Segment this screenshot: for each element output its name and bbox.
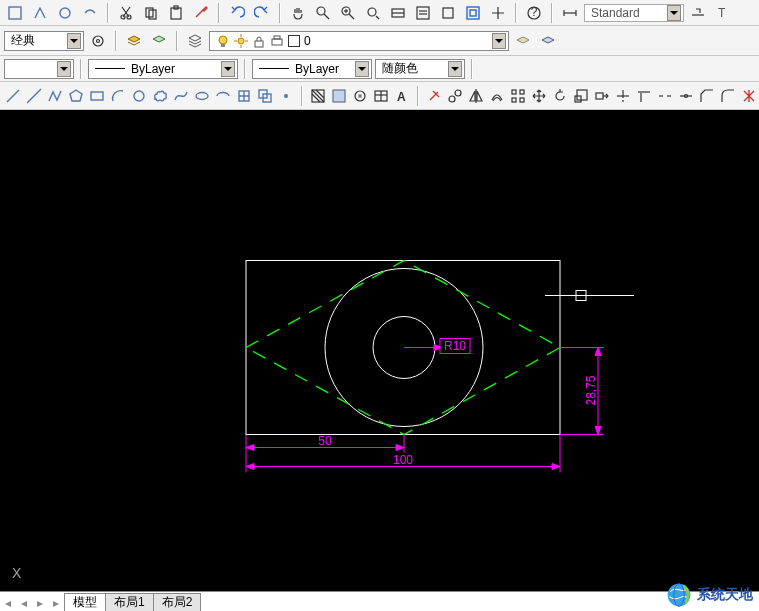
block-icon[interactable] bbox=[256, 85, 274, 107]
separator bbox=[515, 3, 517, 23]
table-icon[interactable] bbox=[372, 85, 390, 107]
layer-new-icon[interactable] bbox=[148, 30, 170, 52]
svg-point-35 bbox=[238, 38, 244, 44]
tab-scroll-last[interactable]: ▸ bbox=[48, 595, 64, 611]
tool-icon[interactable] bbox=[487, 2, 509, 24]
dim-update-icon[interactable] bbox=[687, 2, 709, 24]
hatch-icon[interactable] bbox=[309, 85, 327, 107]
dim-r10: R10 bbox=[444, 339, 466, 353]
separator bbox=[107, 3, 109, 23]
dimstyle-dropdown[interactable]: Standard bbox=[584, 4, 684, 22]
layer-prev-icon[interactable] bbox=[537, 30, 559, 52]
tab-model[interactable]: 模型 bbox=[64, 593, 106, 611]
chevron-down-icon bbox=[667, 5, 681, 21]
polygon-icon[interactable] bbox=[67, 85, 85, 107]
erase-icon[interactable] bbox=[425, 85, 443, 107]
zoom-icon[interactable] bbox=[312, 2, 334, 24]
zoom-prev-icon[interactable] bbox=[362, 2, 384, 24]
xline-icon[interactable] bbox=[25, 85, 43, 107]
trim-icon[interactable] bbox=[614, 85, 632, 107]
svg-rect-34 bbox=[221, 44, 225, 47]
tool-icon[interactable] bbox=[54, 2, 76, 24]
array-icon[interactable] bbox=[509, 85, 527, 107]
mtext-icon[interactable]: A bbox=[393, 85, 411, 107]
svg-line-43 bbox=[7, 90, 19, 102]
workspace-settings-icon[interactable] bbox=[87, 30, 109, 52]
dim-style-icon[interactable] bbox=[559, 2, 581, 24]
region-icon[interactable] bbox=[351, 85, 369, 107]
extend-icon[interactable] bbox=[635, 85, 653, 107]
linetype-dropdown[interactable]: ByLayer bbox=[88, 59, 238, 79]
line-icon[interactable] bbox=[4, 85, 22, 107]
tab-scroll-prev[interactable]: ◂ bbox=[16, 595, 32, 611]
explode-icon[interactable] bbox=[740, 85, 758, 107]
help-icon[interactable]: ? bbox=[523, 2, 545, 24]
join-icon[interactable] bbox=[677, 85, 695, 107]
plotstyle-label: 随颜色 bbox=[382, 60, 444, 77]
plotstyle-dropdown[interactable]: 随颜色 bbox=[375, 59, 465, 79]
scale-icon[interactable] bbox=[572, 85, 590, 107]
layer-prop-icon[interactable] bbox=[123, 30, 145, 52]
workspace-label: 经典 bbox=[11, 32, 63, 49]
insert-icon[interactable] bbox=[235, 85, 253, 107]
tool-icon[interactable] bbox=[462, 2, 484, 24]
gradient-icon[interactable] bbox=[330, 85, 348, 107]
point-icon[interactable] bbox=[277, 85, 295, 107]
tool-icon[interactable] bbox=[387, 2, 409, 24]
separator bbox=[417, 86, 419, 106]
tool-icon[interactable] bbox=[4, 2, 26, 24]
cut-icon[interactable] bbox=[115, 2, 137, 24]
layer-state-icon[interactable] bbox=[512, 30, 534, 52]
revcloud-icon[interactable] bbox=[151, 85, 169, 107]
tab-scroll-next[interactable]: ▸ bbox=[32, 595, 48, 611]
globe-icon bbox=[665, 581, 693, 609]
zoom-window-icon[interactable] bbox=[337, 2, 359, 24]
chevron-down-icon bbox=[67, 33, 81, 49]
cad-drawing: R10 50 100 28,75 bbox=[0, 110, 759, 611]
pan-icon[interactable] bbox=[287, 2, 309, 24]
copy-obj-icon[interactable] bbox=[446, 85, 464, 107]
offset-icon[interactable] bbox=[488, 85, 506, 107]
copy-icon[interactable] bbox=[140, 2, 162, 24]
arc-icon[interactable] bbox=[109, 85, 127, 107]
separator bbox=[176, 31, 178, 51]
rectangle-icon[interactable] bbox=[88, 85, 106, 107]
svg-text:?: ? bbox=[531, 5, 538, 19]
match-icon[interactable] bbox=[190, 2, 212, 24]
svg-point-10 bbox=[317, 7, 325, 15]
tab-layout1[interactable]: 布局1 bbox=[105, 593, 154, 611]
redo-icon[interactable] bbox=[251, 2, 273, 24]
move-icon[interactable] bbox=[530, 85, 548, 107]
undo-icon[interactable] bbox=[226, 2, 248, 24]
tab-scroll-first[interactable]: ◂ bbox=[0, 595, 16, 611]
properties-icon[interactable] bbox=[412, 2, 434, 24]
paste-icon[interactable] bbox=[165, 2, 187, 24]
workspace-dropdown[interactable]: 经典 bbox=[4, 31, 84, 51]
layer-dropdown[interactable]: 0 bbox=[209, 31, 509, 51]
fillet-icon[interactable] bbox=[719, 85, 737, 107]
rotate-icon[interactable] bbox=[551, 85, 569, 107]
break-icon[interactable] bbox=[656, 85, 674, 107]
lineweight-dropdown[interactable]: ByLayer bbox=[252, 59, 372, 79]
stretch-icon[interactable] bbox=[593, 85, 611, 107]
dimstyle-label: Standard bbox=[591, 6, 663, 20]
layers-icon[interactable] bbox=[184, 30, 206, 52]
pline-icon[interactable] bbox=[46, 85, 64, 107]
svg-marker-45 bbox=[70, 90, 82, 101]
color-dropdown[interactable] bbox=[4, 59, 74, 79]
svg-point-64 bbox=[449, 96, 455, 102]
circle-icon[interactable] bbox=[130, 85, 148, 107]
mirror-icon[interactable] bbox=[467, 85, 485, 107]
chamfer-icon[interactable] bbox=[698, 85, 716, 107]
separator bbox=[279, 3, 281, 23]
model-viewport[interactable]: R10 50 100 28,75 X bbox=[0, 110, 759, 611]
spline-icon[interactable] bbox=[172, 85, 190, 107]
tab-layout2[interactable]: 布局2 bbox=[153, 593, 202, 611]
ellipse-icon[interactable] bbox=[193, 85, 211, 107]
svg-marker-104 bbox=[246, 464, 254, 470]
svg-rect-19 bbox=[417, 7, 429, 19]
tool-icon[interactable] bbox=[79, 2, 101, 24]
ellipse-arc-icon[interactable] bbox=[214, 85, 232, 107]
tool-icon[interactable] bbox=[437, 2, 459, 24]
tool-icon[interactable] bbox=[29, 2, 51, 24]
